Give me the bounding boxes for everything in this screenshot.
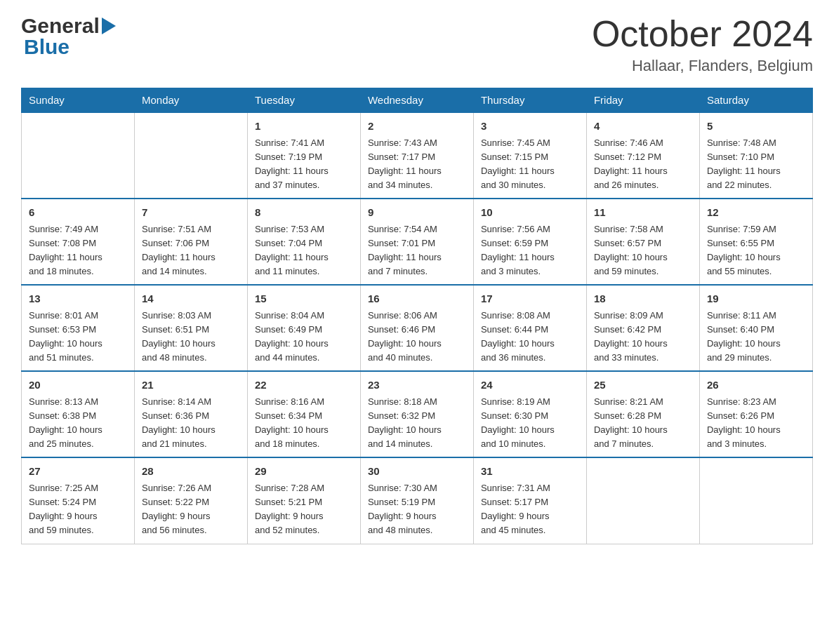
month-year-title: October 2024 bbox=[592, 14, 813, 54]
day-number: 30 bbox=[368, 464, 466, 480]
logo-flag-icon bbox=[102, 18, 117, 34]
calendar-cell: 9Sunrise: 7:54 AMSunset: 7:01 PMDaylight… bbox=[360, 199, 473, 285]
calendar-cell: 20Sunrise: 8:13 AMSunset: 6:38 PMDayligh… bbox=[22, 371, 135, 457]
day-number: 28 bbox=[142, 464, 240, 480]
day-number: 22 bbox=[255, 377, 353, 394]
calendar-cell: 27Sunrise: 7:25 AMSunset: 5:24 PMDayligh… bbox=[22, 457, 135, 544]
day-info: Sunrise: 7:59 AMSunset: 6:55 PMDaylight:… bbox=[707, 222, 805, 279]
calendar-day-header: Sunday bbox=[22, 88, 135, 113]
day-info: Sunrise: 7:28 AMSunset: 5:21 PMDaylight:… bbox=[255, 481, 353, 538]
day-number: 23 bbox=[368, 377, 466, 394]
calendar-cell: 30Sunrise: 7:30 AMSunset: 5:19 PMDayligh… bbox=[360, 457, 473, 544]
day-number: 4 bbox=[594, 119, 692, 135]
calendar-cell bbox=[699, 457, 812, 544]
calendar-cell: 22Sunrise: 8:16 AMSunset: 6:34 PMDayligh… bbox=[247, 371, 360, 457]
day-number: 11 bbox=[594, 205, 692, 221]
day-info: Sunrise: 8:04 AMSunset: 6:49 PMDaylight:… bbox=[255, 309, 353, 365]
calendar-day-header: Monday bbox=[134, 88, 247, 113]
day-info: Sunrise: 8:19 AMSunset: 6:30 PMDaylight:… bbox=[481, 395, 579, 452]
day-info: Sunrise: 7:54 AMSunset: 7:01 PMDaylight:… bbox=[368, 222, 466, 279]
week-row: 27Sunrise: 7:25 AMSunset: 5:24 PMDayligh… bbox=[22, 457, 813, 544]
calendar-cell: 16Sunrise: 8:06 AMSunset: 6:46 PMDayligh… bbox=[360, 285, 473, 371]
calendar-cell: 6Sunrise: 7:49 AMSunset: 7:08 PMDaylight… bbox=[22, 199, 135, 285]
day-number: 18 bbox=[594, 291, 692, 307]
calendar-cell bbox=[134, 112, 247, 199]
day-info: Sunrise: 8:13 AMSunset: 6:38 PMDaylight:… bbox=[29, 395, 127, 452]
day-number: 1 bbox=[255, 119, 353, 135]
calendar-day-header: Tuesday bbox=[247, 88, 360, 113]
location-subtitle: Hallaar, Flanders, Belgium bbox=[592, 57, 813, 75]
day-number: 2 bbox=[368, 119, 466, 135]
day-number: 25 bbox=[594, 377, 692, 394]
day-info: Sunrise: 8:23 AMSunset: 6:26 PMDaylight:… bbox=[707, 395, 805, 452]
day-info: Sunrise: 7:51 AMSunset: 7:06 PMDaylight:… bbox=[142, 222, 240, 279]
day-info: Sunrise: 8:16 AMSunset: 6:34 PMDaylight:… bbox=[255, 395, 353, 452]
calendar-cell: 19Sunrise: 8:11 AMSunset: 6:40 PMDayligh… bbox=[699, 285, 812, 371]
day-info: Sunrise: 7:41 AMSunset: 7:19 PMDaylight:… bbox=[255, 136, 353, 193]
calendar-cell: 21Sunrise: 8:14 AMSunset: 6:36 PMDayligh… bbox=[134, 371, 247, 457]
day-info: Sunrise: 7:56 AMSunset: 6:59 PMDaylight:… bbox=[481, 222, 579, 279]
day-info: Sunrise: 8:06 AMSunset: 6:46 PMDaylight:… bbox=[368, 309, 466, 365]
calendar-cell: 11Sunrise: 7:58 AMSunset: 6:57 PMDayligh… bbox=[586, 199, 699, 285]
day-number: 17 bbox=[481, 291, 579, 307]
calendar-day-header: Thursday bbox=[473, 88, 586, 113]
day-number: 16 bbox=[368, 291, 466, 307]
day-info: Sunrise: 8:08 AMSunset: 6:44 PMDaylight:… bbox=[481, 309, 579, 365]
day-info: Sunrise: 7:58 AMSunset: 6:57 PMDaylight:… bbox=[594, 222, 692, 279]
day-info: Sunrise: 7:48 AMSunset: 7:10 PMDaylight:… bbox=[707, 136, 805, 193]
calendar-day-header: Saturday bbox=[699, 88, 812, 113]
day-info: Sunrise: 7:46 AMSunset: 7:12 PMDaylight:… bbox=[594, 136, 692, 193]
calendar-cell: 4Sunrise: 7:46 AMSunset: 7:12 PMDaylight… bbox=[586, 112, 699, 199]
day-number: 21 bbox=[142, 377, 240, 394]
day-info: Sunrise: 8:09 AMSunset: 6:42 PMDaylight:… bbox=[594, 309, 692, 365]
day-number: 27 bbox=[29, 464, 127, 480]
day-info: Sunrise: 7:53 AMSunset: 7:04 PMDaylight:… bbox=[255, 222, 353, 279]
day-info: Sunrise: 8:11 AMSunset: 6:40 PMDaylight:… bbox=[707, 309, 805, 365]
day-number: 14 bbox=[142, 291, 240, 307]
day-number: 12 bbox=[707, 205, 805, 221]
calendar-cell: 10Sunrise: 7:56 AMSunset: 6:59 PMDayligh… bbox=[473, 199, 586, 285]
calendar-cell bbox=[586, 457, 699, 544]
logo: General Blue bbox=[21, 14, 117, 59]
calendar-cell: 5Sunrise: 7:48 AMSunset: 7:10 PMDaylight… bbox=[699, 112, 812, 199]
calendar-cell: 28Sunrise: 7:26 AMSunset: 5:22 PMDayligh… bbox=[134, 457, 247, 544]
day-number: 19 bbox=[707, 291, 805, 307]
calendar-cell: 8Sunrise: 7:53 AMSunset: 7:04 PMDaylight… bbox=[247, 199, 360, 285]
day-info: Sunrise: 7:25 AMSunset: 5:24 PMDaylight:… bbox=[29, 481, 127, 538]
week-row: 13Sunrise: 8:01 AMSunset: 6:53 PMDayligh… bbox=[22, 285, 813, 371]
calendar-header-row: SundayMondayTuesdayWednesdayThursdayFrid… bbox=[22, 88, 813, 113]
calendar-cell: 15Sunrise: 8:04 AMSunset: 6:49 PMDayligh… bbox=[247, 285, 360, 371]
day-number: 24 bbox=[481, 377, 579, 394]
calendar-cell: 2Sunrise: 7:43 AMSunset: 7:17 PMDaylight… bbox=[360, 112, 473, 199]
header-title-area: October 2024 Hallaar, Flanders, Belgium bbox=[592, 14, 813, 75]
day-number: 15 bbox=[255, 291, 353, 307]
day-number: 8 bbox=[255, 205, 353, 221]
svg-marker-0 bbox=[102, 18, 116, 34]
day-number: 7 bbox=[142, 205, 240, 221]
calendar-day-header: Friday bbox=[586, 88, 699, 113]
calendar-cell: 7Sunrise: 7:51 AMSunset: 7:06 PMDaylight… bbox=[134, 199, 247, 285]
day-number: 26 bbox=[707, 377, 805, 394]
calendar-cell: 24Sunrise: 8:19 AMSunset: 6:30 PMDayligh… bbox=[473, 371, 586, 457]
day-info: Sunrise: 7:43 AMSunset: 7:17 PMDaylight:… bbox=[368, 136, 466, 193]
week-row: 1Sunrise: 7:41 AMSunset: 7:19 PMDaylight… bbox=[22, 112, 813, 199]
calendar-cell bbox=[22, 112, 135, 199]
day-number: 9 bbox=[368, 205, 466, 221]
calendar-cell: 25Sunrise: 8:21 AMSunset: 6:28 PMDayligh… bbox=[586, 371, 699, 457]
day-info: Sunrise: 8:14 AMSunset: 6:36 PMDaylight:… bbox=[142, 395, 240, 452]
day-info: Sunrise: 8:03 AMSunset: 6:51 PMDaylight:… bbox=[142, 309, 240, 365]
logo-general-text: General bbox=[21, 14, 100, 38]
day-info: Sunrise: 8:18 AMSunset: 6:32 PMDaylight:… bbox=[368, 395, 466, 452]
day-info: Sunrise: 7:30 AMSunset: 5:19 PMDaylight:… bbox=[368, 481, 466, 538]
day-info: Sunrise: 7:26 AMSunset: 5:22 PMDaylight:… bbox=[142, 481, 240, 538]
calendar-cell: 13Sunrise: 8:01 AMSunset: 6:53 PMDayligh… bbox=[22, 285, 135, 371]
calendar-cell: 29Sunrise: 7:28 AMSunset: 5:21 PMDayligh… bbox=[247, 457, 360, 544]
day-info: Sunrise: 7:45 AMSunset: 7:15 PMDaylight:… bbox=[481, 136, 579, 193]
day-number: 10 bbox=[481, 205, 579, 221]
calendar-table: SundayMondayTuesdayWednesdayThursdayFrid… bbox=[21, 88, 813, 544]
day-number: 5 bbox=[707, 119, 805, 135]
logo-blue-text: Blue bbox=[24, 35, 70, 59]
day-number: 20 bbox=[29, 377, 127, 394]
day-info: Sunrise: 8:01 AMSunset: 6:53 PMDaylight:… bbox=[29, 309, 127, 365]
calendar-cell: 26Sunrise: 8:23 AMSunset: 6:26 PMDayligh… bbox=[699, 371, 812, 457]
